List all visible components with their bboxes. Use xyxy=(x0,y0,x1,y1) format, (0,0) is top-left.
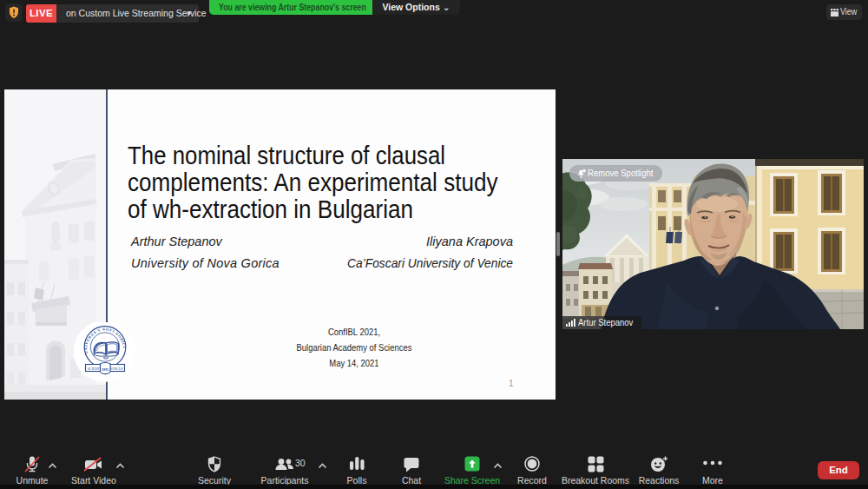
svg-text:VINCES: VINCES xyxy=(110,367,122,371)
svg-text:1995: 1995 xyxy=(102,367,108,372)
